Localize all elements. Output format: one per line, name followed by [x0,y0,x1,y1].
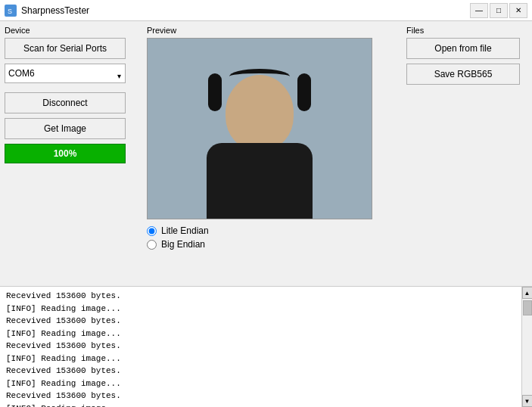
log-line: [INFO] Reading image... [6,303,526,315]
preview-section-label: Preview [147,26,400,35]
log-line: [INFO] Reading image... [6,377,526,390]
port-select-wrapper: COM6 COM1 COM2 COM3 COM4 COM5 [5,64,126,88]
big-endian-option[interactable]: Big Endian [147,239,400,250]
log-line: Recevived 153600 bytes. [6,390,526,402]
log-line: Recevived 153600 bytes. [6,315,526,328]
log-line: [INFO] Reading image... [6,353,526,365]
little-endian-option[interactable]: Litle Endian [147,225,400,236]
little-endian-label: Litle Endian [161,225,209,236]
little-endian-radio[interactable] [147,226,157,236]
scrollbar-down-arrow[interactable]: ▼ [522,395,533,407]
files-panel: Files Open from file Save RGB565 [406,26,527,281]
progress-bar-value: 100% [54,148,77,159]
headphone-left [208,73,222,111]
get-image-button[interactable]: Get Image [5,118,126,139]
title-bar-controls: — □ ✕ [470,3,527,18]
log-content: Recevived 153600 bytes.[INFO] Reading im… [0,287,532,407]
scrollbar-thumb[interactable] [523,300,532,315]
scrollbar-up-arrow[interactable]: ▲ [522,287,533,299]
log-line: Recevived 153600 bytes. [6,340,526,353]
big-endian-label: Big Endian [161,239,205,250]
device-panel: Device Scan for Serial Ports COM6 COM1 C… [5,26,141,281]
person-head [226,75,294,151]
save-rgb565-button[interactable]: Save RGB565 [406,64,520,85]
main-content: Device Scan for Serial Ports COM6 COM1 C… [0,21,532,286]
log-line: Recevived 153600 bytes. [6,290,526,303]
preview-panel: Preview Litle Endian Big Endian [147,26,400,281]
headphone-right [297,73,311,111]
app-icon: S [5,5,17,17]
maximize-button[interactable]: □ [490,3,508,18]
log-area: Recevived 153600 bytes.[INFO] Reading im… [0,286,532,407]
progress-bar: 100% [5,144,126,163]
endian-radio-group: Litle Endian Big Endian [147,225,400,250]
svg-text:S: S [8,8,12,15]
log-scrollbar: ▲ ▼ [521,287,532,407]
preview-photo [148,39,372,219]
open-from-file-button[interactable]: Open from file [406,38,520,59]
log-line: [INFO] Reading image... [6,402,526,408]
disconnect-button[interactable]: Disconnect [5,92,126,113]
minimize-button[interactable]: — [470,3,488,18]
preview-image-area [147,38,372,219]
device-section-label: Device [5,26,141,35]
close-button[interactable]: ✕ [509,3,527,18]
window-title: SharpnessTester [21,5,89,16]
photo-person [191,52,328,219]
title-bar: S SharpnessTester — □ ✕ [0,0,532,21]
log-line: [INFO] Reading image... [6,328,526,340]
big-endian-radio[interactable] [147,240,157,250]
port-select[interactable]: COM6 COM1 COM2 COM3 COM4 COM5 [5,64,126,83]
person-body [207,143,313,219]
files-section-label: Files [406,26,527,35]
scan-serial-ports-button[interactable]: Scan for Serial Ports [5,38,126,59]
title-bar-left: S SharpnessTester [5,5,89,17]
log-line: Recevived 153600 bytes. [6,365,526,377]
